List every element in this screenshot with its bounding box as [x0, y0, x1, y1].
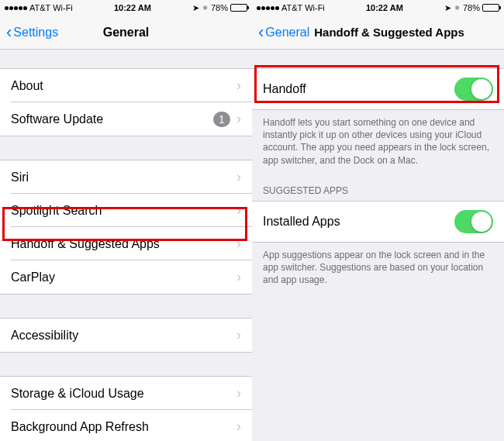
status-bar: AT&T Wi-Fi 10:22 AM ➤ ⁕ 78% — [0, 0, 252, 16]
chevron-right-icon: › — [236, 111, 241, 127]
back-label: General — [265, 26, 309, 40]
cell-label: Installed Apps — [263, 215, 340, 229]
suggested-apps-header: SUGGESTED APPS — [252, 174, 504, 201]
installed-apps-toggle[interactable] — [454, 210, 493, 233]
battery-icon — [230, 4, 247, 12]
settings-list: About › Software Update 1 › Siri › Spotl… — [0, 50, 252, 441]
toggle-knob — [471, 212, 492, 232]
status-bar: AT&T Wi-Fi 10:22 AM ➤ ⁕ 78% — [252, 0, 504, 16]
battery-icon — [482, 4, 499, 12]
chevron-left-icon: ‹ — [258, 24, 264, 41]
bluetooth-icon: ⁕ — [202, 3, 209, 13]
signal-icon — [5, 6, 27, 10]
cell-label: Handoff — [263, 82, 306, 96]
chevron-right-icon: › — [236, 236, 241, 252]
chevron-right-icon: › — [236, 419, 241, 435]
row-storage-icloud[interactable]: Storage & iCloud Usage › — [0, 376, 252, 410]
handoff-list: Handoff Handoff lets you start something… — [252, 50, 504, 441]
handoff-toggle[interactable] — [454, 78, 493, 101]
back-label: Settings — [13, 26, 58, 40]
status-time: 10:22 AM — [114, 3, 151, 12]
carrier-label: AT&T Wi-Fi — [29, 3, 73, 12]
screen-handoff: AT&T Wi-Fi 10:22 AM ➤ ⁕ 78% ‹ General Ha… — [252, 0, 504, 441]
chevron-right-icon: › — [236, 327, 241, 343]
chevron-right-icon: › — [236, 385, 241, 401]
row-carplay[interactable]: CarPlay › — [0, 260, 252, 295]
row-accessibility[interactable]: Accessibility › — [0, 318, 252, 353]
row-software-update[interactable]: Software Update 1 › — [0, 102, 252, 136]
cell-label: CarPlay — [11, 270, 55, 284]
row-about[interactable]: About › — [0, 68, 252, 102]
bluetooth-icon: ⁕ — [454, 3, 461, 13]
location-icon: ➤ — [192, 3, 199, 13]
handoff-footer: Handoff lets you start something on one … — [252, 110, 504, 174]
signal-icon — [257, 6, 279, 10]
carrier-label: AT&T Wi-Fi — [281, 3, 325, 12]
screen-general: AT&T Wi-Fi 10:22 AM ➤ ⁕ 78% ‹ Settings G… — [0, 0, 252, 441]
battery-pct: 78% — [211, 3, 228, 12]
cell-label: Spotlight Search — [11, 204, 102, 218]
chevron-right-icon: › — [236, 169, 241, 185]
update-badge: 1 — [213, 112, 230, 127]
back-button[interactable]: ‹ General — [258, 24, 309, 41]
back-button[interactable]: ‹ Settings — [6, 24, 58, 41]
cell-label: About — [11, 79, 43, 93]
cell-label: Handoff & Suggested Apps — [11, 237, 160, 251]
row-spotlight-search[interactable]: Spotlight Search › — [0, 194, 252, 227]
nav-bar: ‹ General Handoff & Suggested Apps — [252, 16, 504, 50]
battery-pct: 78% — [463, 3, 480, 12]
cell-label: Accessibility — [11, 329, 78, 343]
chevron-left-icon: ‹ — [6, 24, 12, 41]
status-time: 10:22 AM — [366, 3, 403, 12]
cell-label: Storage & iCloud Usage — [11, 387, 144, 401]
suggested-apps-footer: App suggestions appear on the lock scree… — [252, 243, 504, 295]
row-handoff-toggle[interactable]: Handoff — [252, 68, 504, 110]
row-handoff-suggested-apps[interactable]: Handoff & Suggested Apps › — [0, 227, 252, 260]
cell-label: Background App Refresh — [11, 420, 149, 434]
toggle-knob — [471, 79, 492, 99]
row-siri[interactable]: Siri › — [0, 160, 252, 194]
cell-label: Siri — [11, 171, 29, 184]
chevron-right-icon: › — [236, 269, 241, 285]
page-title: Handoff & Suggested Apps — [314, 26, 464, 39]
chevron-right-icon: › — [236, 202, 241, 219]
nav-bar: ‹ Settings General — [0, 16, 252, 50]
cell-label: Software Update — [11, 112, 103, 126]
page-title: General — [103, 26, 150, 40]
location-icon: ➤ — [444, 3, 451, 13]
chevron-right-icon: › — [236, 78, 241, 94]
row-background-app-refresh[interactable]: Background App Refresh › — [0, 410, 252, 441]
row-installed-apps-toggle[interactable]: Installed Apps — [252, 201, 504, 243]
